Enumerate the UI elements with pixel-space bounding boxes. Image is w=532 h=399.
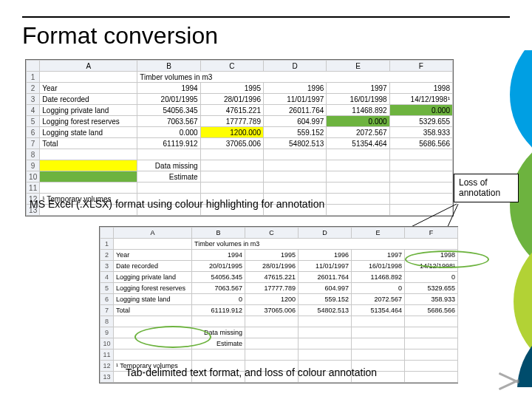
cell: 0 [405, 272, 458, 283]
table-row: 11 [27, 183, 453, 194]
cell: 47615.221 [200, 105, 263, 116]
cell: 61119.912 [192, 305, 245, 316]
cell [327, 205, 389, 216]
column-header: B [192, 228, 245, 239]
cell: Timber volumes in m3 [137, 72, 453, 83]
cell: 11/01/1997 [299, 261, 352, 272]
row-label [40, 171, 137, 183]
cell [389, 171, 452, 183]
row-number: 5 [100, 283, 114, 294]
cell: 5686.566 [405, 305, 458, 316]
cell [299, 338, 352, 349]
column-header [27, 61, 40, 72]
cell [299, 316, 352, 327]
cell [263, 160, 326, 171]
cell: 1998 [405, 250, 458, 261]
table-row: 1Timber volumes in m3 [27, 72, 453, 83]
cell: 16/01/1998 [352, 261, 405, 272]
cell: 47615.221 [245, 272, 299, 283]
table-row: 8 [100, 316, 458, 327]
table-row: 3Date recorded20/01/199528/01/199611/01/… [100, 261, 458, 272]
row-number: 3 [27, 94, 40, 105]
cell: 1998 [389, 83, 452, 94]
row-number: 6 [100, 294, 114, 305]
cell: 54056.345 [192, 272, 245, 283]
table-row: 4Logging private land54056.34547615.2212… [27, 105, 453, 116]
row-number: 11 [100, 349, 114, 361]
cell [263, 183, 326, 194]
row-label: Logging state land [114, 294, 192, 305]
cell [245, 349, 299, 361]
cell: 0 [352, 283, 405, 294]
cell: 1997 [327, 83, 389, 94]
cell: 54802.513 [299, 305, 352, 316]
table-row: 6Logging state land01200559.1522072.5673… [100, 294, 458, 305]
cell: 0.000 [137, 127, 200, 138]
cell: 1996 [263, 83, 326, 94]
cell [192, 316, 245, 327]
cell: 0.000 [327, 116, 389, 127]
row-number: 1 [27, 72, 40, 83]
cell [245, 316, 299, 327]
column-header: F [389, 61, 452, 72]
page-title: Format conversion [22, 22, 218, 50]
cell: 26011.764 [263, 105, 326, 116]
cell: 5686.566 [389, 138, 452, 149]
row-label [114, 327, 192, 338]
column-header [100, 228, 114, 239]
cell: 17777.789 [245, 283, 299, 294]
row-label: Logging private land [114, 272, 192, 283]
row-number: 7 [27, 138, 40, 149]
cell [327, 183, 389, 194]
row-number: 11 [27, 183, 40, 194]
cell [389, 205, 452, 216]
cell: 17777.789 [200, 116, 263, 127]
cell [389, 160, 452, 171]
cell: 14/12/1998¹ [389, 94, 452, 105]
cell [245, 327, 299, 338]
cell: 358.933 [389, 127, 452, 138]
row-number: 8 [27, 149, 40, 160]
row-label [114, 239, 192, 250]
row-label: Date recorded [40, 94, 137, 105]
excel-screenshot-colored: ABCDEF1Timber volumes in m32Year19941995… [25, 59, 454, 216]
table-row: 4Logging private land54056.34547615.2212… [100, 272, 458, 283]
cell [192, 349, 245, 361]
column-header: E [352, 228, 405, 239]
cell: 7063.567 [192, 283, 245, 294]
cell: 1997 [352, 250, 405, 261]
cell: 16/01/1998 [327, 94, 389, 105]
column-header: F [405, 228, 458, 239]
cell: 1996 [299, 250, 352, 261]
cell: 51354.464 [327, 138, 389, 149]
cell: 51354.464 [352, 305, 405, 316]
row-number: 1 [100, 239, 114, 250]
cell [405, 349, 458, 361]
cell [200, 183, 263, 194]
table-row: 11 [100, 349, 458, 361]
cell [327, 171, 389, 183]
table-row: 7Total61119.91237065.00654802.51351354.4… [27, 138, 453, 149]
cell [263, 171, 326, 183]
cell [327, 194, 389, 205]
table-row: 5Logging forest reserves7063.56717777.78… [27, 116, 453, 127]
column-header: D [299, 228, 352, 239]
table-row: 9Data missing [100, 327, 458, 338]
row-number: 12 [100, 361, 114, 372]
row-number: 13 [100, 372, 114, 383]
row-label: Total [114, 305, 192, 316]
cell: Data missing [137, 160, 200, 171]
decorative-arcs [501, 50, 532, 387]
cell: 1995 [245, 250, 299, 261]
table-row: 3Date recorded20/01/199528/01/199611/01/… [27, 94, 453, 105]
callout-loss-of-annotation: Loss of annotation [454, 174, 519, 202]
row-number: 6 [27, 127, 40, 138]
cell: 5329.655 [405, 283, 458, 294]
caption-text: Tab-delimited text format, and loss of c… [126, 366, 377, 378]
cell: 20/01/1995 [137, 94, 200, 105]
cell [299, 327, 352, 338]
row-label [40, 149, 137, 160]
row-number: 7 [100, 305, 114, 316]
row-number: 4 [27, 105, 40, 116]
row-label: Logging state land [40, 127, 137, 138]
